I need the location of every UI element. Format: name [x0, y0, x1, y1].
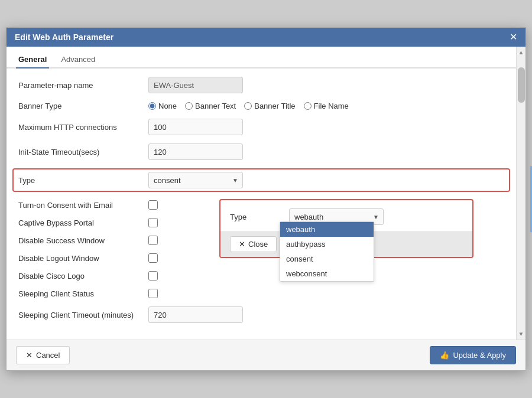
type-select-wrapper: webauth authbypass consent webconsent ▼	[148, 172, 243, 188]
scroll-up-arrow[interactable]: ▲	[516, 47, 527, 58]
close-x-icon: ✕	[239, 240, 245, 249]
sleeping-client-timeout-row: Sleeping Client Timeout (minutes)	[18, 306, 504, 323]
sleeping-client-status-row: Sleeping Client Status	[18, 289, 504, 298]
banner-type-label: Banner Type	[18, 102, 148, 110]
dropdown-option-consent[interactable]: consent	[280, 252, 374, 266]
disable-success-checkbox[interactable]	[148, 236, 158, 245]
disable-cisco-checkbox[interactable]	[148, 271, 158, 280]
disable-success-label: Disable Success Window	[18, 236, 148, 245]
banner-type-row: Banner Type None Banner Text Banner Titl…	[18, 102, 504, 110]
captive-bypass-checkbox[interactable]	[148, 218, 158, 227]
modal-body: General Advanced Parameter-map name Bann…	[7, 47, 525, 340]
modal-title: Edit Web Auth Parameter	[15, 32, 113, 42]
radio-banner-title[interactable]: Banner Title	[244, 102, 295, 110]
init-state-row: Init-State Timeout(secs)	[18, 143, 504, 160]
dropdown-option-webauth[interactable]: webauth	[280, 222, 374, 237]
turn-on-consent-label: Turn-on Consent with Email	[18, 201, 148, 210]
init-state-label: Init-State Timeout(secs)	[18, 148, 148, 156]
sleeping-client-timeout-input[interactable]	[148, 306, 243, 323]
disable-logout-checkbox[interactable]	[148, 253, 158, 263]
radio-banner-text[interactable]: Banner Text	[185, 102, 236, 110]
popup-type-label: Type	[230, 213, 289, 221]
thumbs-up-icon: 👍	[440, 351, 449, 360]
modal-footer: ✕ Cancel 👍 Update & Apply	[7, 340, 525, 370]
edit-web-auth-modal: Edit Web Auth Parameter ✕ General Advanc…	[6, 27, 526, 371]
type-dropdown-list: webauth authbypass consent webconsent	[280, 221, 374, 282]
disable-cisco-row: Disable Cisco Logo	[18, 271, 504, 280]
dropdown-option-webconsent[interactable]: webconsent	[280, 266, 374, 281]
cancel-icon: ✕	[26, 351, 33, 360]
popup-close-label: Close	[248, 240, 268, 249]
cancel-label: Cancel	[36, 351, 60, 360]
banner-radio-group: None Banner Text Banner Title File Name	[148, 102, 349, 110]
scrollbar-thumb[interactable]	[518, 67, 525, 103]
parameter-map-name-row: Parameter-map name	[18, 77, 504, 93]
max-http-row: Maximum HTTP connections	[18, 119, 504, 135]
scrollbar: ▲ ▼	[516, 47, 525, 340]
captive-bypass-label: Captive Bypass Portal	[18, 218, 148, 227]
disable-logout-label: Disable Logout Window	[18, 254, 148, 263]
turn-on-consent-checkbox[interactable]	[148, 200, 158, 210]
modal-content: General Advanced Parameter-map name Bann…	[7, 47, 516, 340]
parameter-map-name-input[interactable]	[148, 77, 243, 93]
type-select[interactable]: webauth authbypass consent webconsent	[148, 172, 243, 188]
cancel-button[interactable]: ✕ Cancel	[16, 346, 70, 364]
popup-close-button[interactable]: ✕ Close	[230, 236, 277, 252]
init-state-input[interactable]	[148, 143, 243, 160]
sleeping-client-status-checkbox[interactable]	[148, 289, 158, 298]
dropdown-option-authbypass[interactable]: authbypass	[280, 237, 374, 252]
max-http-input[interactable]	[148, 119, 243, 135]
disable-cisco-label: Disable Cisco Logo	[18, 272, 148, 280]
radio-none[interactable]: None	[148, 102, 177, 110]
type-row: Type webauth authbypass consent webconse…	[12, 168, 510, 192]
sleeping-client-status-label: Sleeping Client Status	[18, 289, 148, 298]
sleeping-client-timeout-label: Sleeping Client Timeout (minutes)	[18, 311, 148, 319]
scroll-down-arrow[interactable]: ▼	[516, 328, 527, 340]
type-label: Type	[18, 176, 148, 185]
tab-bar: General Advanced	[7, 47, 516, 68]
radio-file-name[interactable]: File Name	[304, 102, 349, 110]
tab-general[interactable]: General	[16, 51, 49, 68]
max-http-label: Maximum HTTP connections	[18, 123, 148, 132]
update-label: Update & Apply	[453, 351, 506, 360]
modal-header: Edit Web Auth Parameter ✕	[7, 28, 525, 47]
parameter-map-name-label: Parameter-map name	[18, 81, 148, 90]
popup-type-row: Type webauth authbypass consent webconse…	[230, 208, 463, 225]
type-dropdown-popup: Type webauth authbypass consent webconse…	[219, 199, 473, 258]
update-apply-button[interactable]: 👍 Update & Apply	[430, 346, 516, 364]
modal-close-button[interactable]: ✕	[510, 32, 517, 42]
tab-advanced[interactable]: Advanced	[59, 51, 98, 68]
